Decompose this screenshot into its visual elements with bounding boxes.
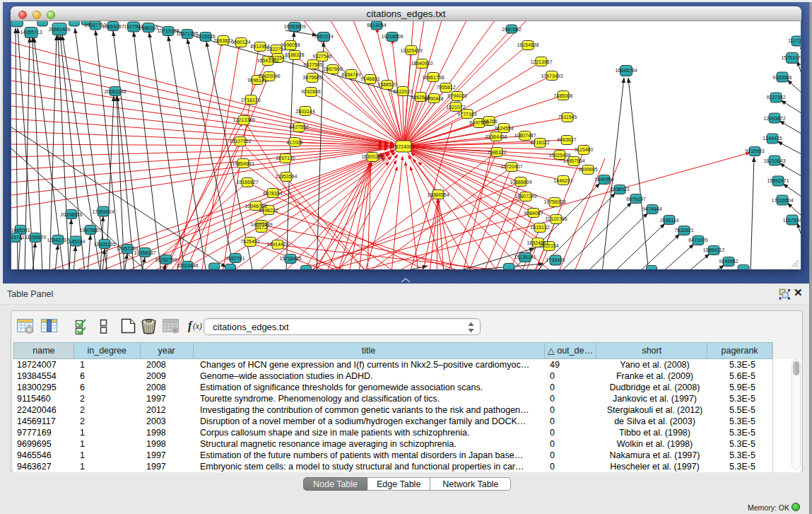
svg-text:9215953: 9215953 — [745, 148, 764, 153]
svg-text:16961758: 16961758 — [422, 75, 444, 80]
svg-text:18807249: 18807249 — [514, 194, 536, 199]
svg-text:6679197: 6679197 — [626, 197, 645, 201]
svg-text:9115460: 9115460 — [575, 147, 594, 152]
svg-text:9327505: 9327505 — [303, 62, 322, 67]
svg-text:16782759: 16782759 — [155, 257, 177, 262]
svg-text:2887682: 2887682 — [502, 27, 521, 32]
svg-text:9699695: 9699695 — [578, 167, 597, 172]
svg-text:8938923: 8938923 — [610, 187, 629, 192]
svg-text:9463627: 9463627 — [557, 137, 576, 142]
svg-text:8813054: 8813054 — [367, 23, 386, 28]
svg-text:9146821: 9146821 — [360, 76, 379, 81]
svg-text:7955812: 7955812 — [436, 85, 455, 90]
svg-text:16648784: 16648784 — [615, 68, 637, 73]
svg-text:8878334: 8878334 — [263, 191, 282, 196]
svg-text:16107552: 16107552 — [229, 139, 251, 144]
svg-text:9896141: 9896141 — [247, 78, 266, 83]
svg-text:15720407: 15720407 — [500, 164, 522, 169]
svg-text:8322037: 8322037 — [393, 89, 412, 94]
svg-text:1733426: 1733426 — [546, 257, 565, 262]
svg-text:7511545: 7511545 — [558, 115, 577, 119]
svg-text:20691406: 20691406 — [48, 27, 70, 32]
svg-text:19756928: 19756928 — [543, 199, 565, 204]
svg-text:1640954: 1640954 — [594, 177, 613, 182]
svg-text:18640910: 18640910 — [411, 61, 433, 66]
svg-text:18724007: 18724007 — [392, 144, 414, 149]
svg-text:15751074: 15751074 — [781, 55, 801, 60]
svg-text:16543382: 16543382 — [257, 58, 278, 63]
svg-text:15136141: 15136141 — [514, 255, 536, 259]
svg-text:9096058: 9096058 — [281, 42, 300, 47]
svg-text:2718176: 2718176 — [241, 98, 260, 103]
svg-text:16053809: 16053809 — [283, 24, 305, 29]
svg-text:10688609: 10688609 — [510, 180, 531, 185]
svg-text:7632621: 7632621 — [674, 228, 693, 233]
svg-text:19854983: 19854983 — [232, 161, 254, 166]
svg-text:1485001: 1485001 — [11, 228, 30, 233]
svg-text:3498222: 3498222 — [259, 208, 278, 213]
svg-text:8454749: 8454749 — [341, 72, 360, 77]
svg-text:21364436: 21364436 — [485, 134, 507, 139]
svg-text:10973493: 10973493 — [541, 74, 563, 78]
svg-text:19957564: 19957564 — [563, 158, 584, 163]
svg-text:11353594: 11353594 — [276, 174, 298, 179]
svg-text:10653287: 10653287 — [102, 24, 124, 29]
svg-text:f: f — [188, 320, 193, 332]
svg-text:746266: 746266 — [481, 119, 497, 124]
svg-text:7485006: 7485006 — [553, 93, 572, 98]
svg-text:1449231: 1449231 — [553, 178, 572, 183]
svg-text:5322754: 5322754 — [266, 47, 286, 52]
svg-text:1145194: 1145194 — [66, 239, 86, 244]
svg-text:417006: 417006 — [286, 140, 302, 145]
svg-text:15692971: 15692971 — [767, 178, 789, 183]
svg-text:14055713: 14055713 — [20, 30, 42, 35]
svg-text:3875685: 3875685 — [302, 75, 322, 80]
svg-text:1244415: 1244415 — [763, 136, 782, 141]
svg-text:1167534: 1167534 — [783, 218, 801, 223]
svg-text:9474444: 9474444 — [642, 206, 661, 211]
svg-text:16210643: 16210643 — [763, 158, 785, 163]
svg-text:8990448: 8990448 — [424, 96, 443, 101]
svg-text:18300295: 18300295 — [361, 154, 383, 159]
svg-text:8427552: 8427552 — [289, 124, 308, 129]
svg-text:3172: 3172 — [256, 225, 267, 230]
svg-text:12093872: 12093872 — [763, 116, 785, 121]
svg-text:20053346: 20053346 — [104, 89, 126, 94]
svg-text:9660124: 9660124 — [231, 40, 250, 45]
svg-text:2867608: 2867608 — [323, 66, 342, 71]
svg-text:7663822: 7663822 — [213, 38, 233, 43]
svg-text:16671385: 16671385 — [176, 31, 198, 36]
svg-text:13325419: 13325419 — [400, 48, 422, 53]
svg-text:9777169: 9777169 — [457, 112, 476, 117]
svg-text:6216022: 6216022 — [530, 140, 549, 145]
svg-text:19975867: 19975867 — [79, 228, 101, 233]
svg-text:10958187: 10958187 — [134, 250, 155, 255]
svg-text:7515526: 7515526 — [196, 34, 215, 39]
svg-text:1615132: 1615132 — [530, 225, 549, 230]
svg-text:3267130: 3267130 — [276, 156, 295, 160]
svg-text:3915741: 3915741 — [11, 235, 25, 240]
svg-text:10654112: 10654112 — [703, 247, 725, 252]
svg-text:(x): (x) — [193, 322, 202, 331]
svg-text:2522154: 2522154 — [539, 243, 558, 248]
svg-text:9242848: 9242848 — [301, 89, 320, 94]
svg-text:12905135: 12905135 — [93, 242, 115, 247]
svg-text:12213967: 12213967 — [530, 59, 552, 64]
svg-text:2935114: 2935114 — [660, 218, 679, 223]
svg-text:10120746: 10120746 — [545, 216, 567, 221]
svg-text:9084067: 9084067 — [524, 211, 543, 216]
svg-text:2803144: 2803144 — [295, 109, 314, 114]
svg-text:6794028: 6794028 — [447, 93, 466, 98]
svg-text:7357274: 7357274 — [314, 34, 333, 39]
svg-text:3624554: 3624554 — [494, 126, 513, 131]
svg-text:9245652: 9245652 — [719, 259, 738, 264]
svg-text:8186328: 8186328 — [285, 52, 304, 57]
svg-text:1621072: 1621072 — [446, 105, 465, 110]
svg-text:7625402: 7625402 — [240, 239, 259, 244]
svg-text:12213389: 12213389 — [233, 117, 254, 122]
svg-text:1117345: 1117345 — [788, 38, 801, 43]
svg-text:19166827: 19166827 — [236, 180, 258, 185]
svg-text:10025438: 10025438 — [548, 153, 570, 158]
svg-text:9329966: 9329966 — [772, 75, 792, 80]
svg-text:12923446: 12923446 — [176, 263, 198, 268]
